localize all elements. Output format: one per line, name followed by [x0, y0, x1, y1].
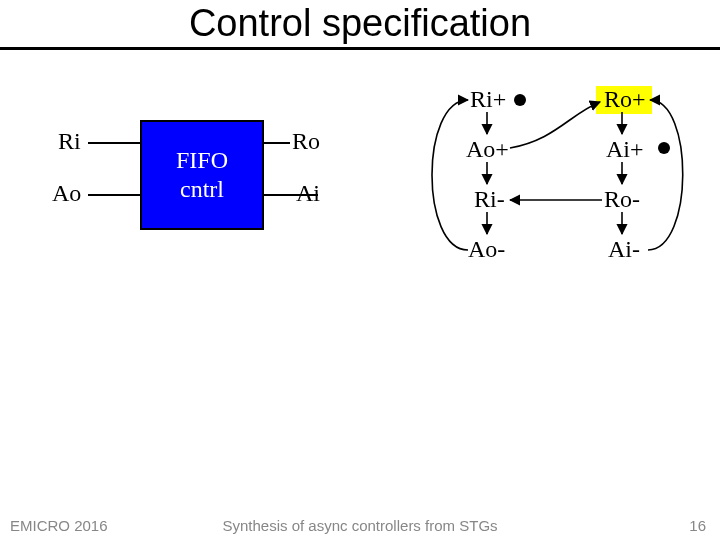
token-left [514, 94, 526, 106]
slide-title-wrap: Control specification [0, 0, 720, 45]
token-right [658, 142, 670, 154]
stg-graph [0, 70, 720, 490]
title-rule [0, 47, 720, 50]
footer-talk: Synthesis of async controllers from STGs [0, 517, 720, 534]
diagram-stage: Ri Ao Ro Ai FIFO cntrl Ri+ Ao+ Ri- Ao- R… [0, 70, 720, 490]
footer: EMICRO 2016 Synthesis of async controlle… [0, 512, 720, 540]
slide-title: Control specification [0, 2, 720, 45]
footer-page: 16 [689, 517, 706, 534]
